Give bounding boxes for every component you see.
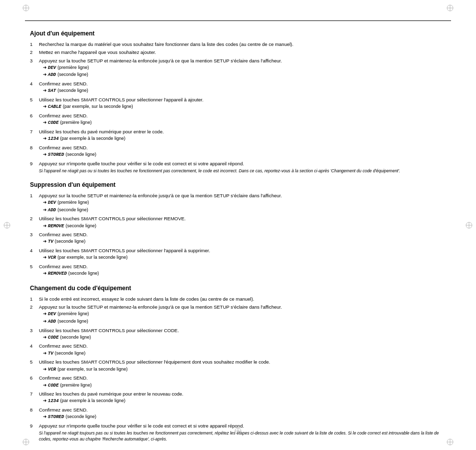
arrow-symbol: ➜ (43, 318, 47, 325)
list-item: 6Confirmez avec SEND.➜CODE(première lign… (30, 112, 446, 127)
main-content: Ajout d'un équipement1Recherchez la marq… (30, 21, 446, 443)
arrow-item: ➜DEV(première ligne) (43, 311, 446, 318)
arrow-symbol: ➜ (43, 71, 47, 78)
list-content: Confirmez avec SEND.➜SAT(seconde ligne) (39, 80, 446, 95)
arrow-label: (première ligne) (57, 64, 89, 71)
arrow-label: (par exemple à la seconde ligne) (60, 135, 126, 142)
arrow-label: (seconde ligne) (57, 207, 88, 213)
list-number: 5 (30, 263, 39, 278)
arrow-label: (seconde ligne) (55, 350, 86, 357)
note-text: Si l'appareil ne réagit pas ou si toutes… (39, 168, 446, 174)
arrow-label: (première ligne) (57, 311, 89, 317)
arrow-label: (première ligne) (60, 382, 92, 389)
arrow-label: (seconde ligne) (57, 318, 88, 325)
arrow-label: (seconde ligne) (55, 238, 86, 245)
list-number: 9 (30, 423, 39, 443)
arrow-item: ➜DEV(première ligne) (43, 199, 446, 206)
arrow-item: ➜REMOVE(seconde ligne) (43, 223, 446, 230)
list-text: Utilisez les touches SMART CONTROLS pour… (39, 247, 446, 254)
list-number: 3 (30, 57, 39, 79)
section-title-suppression: Suppression d'un équipement (30, 181, 446, 188)
arrow-symbol: ➜ (43, 64, 47, 71)
list-text: Confirmez avec SEND. (39, 80, 446, 87)
arrow-symbol: ➜ (43, 382, 47, 389)
list-number: 5 (30, 359, 39, 373)
list-number: 1 (30, 296, 39, 302)
list-number: 5 (30, 96, 39, 111)
arrow-code: CODE (48, 120, 59, 126)
list-item: 1Si le code entré est incorrect, essayez… (30, 296, 446, 302)
arrow-symbol: ➜ (43, 350, 47, 357)
section-list-ajout: 1Recherchez la marque du matériel que vo… (30, 41, 446, 174)
arrow-symbol: ➜ (43, 87, 47, 94)
arrow-item: ➜1234(par exemple à la seconde ligne) (43, 398, 446, 405)
list-content: Utilisez les touches du pavé numérique p… (39, 391, 446, 405)
section-list-suppression: 1Appuyez sur la touche SETUP et maintene… (30, 192, 446, 278)
arrow-code: DEV (48, 200, 56, 206)
list-item: 6Confirmez avec SEND.➜CODE(première lign… (30, 375, 446, 389)
arrow-symbol: ➜ (43, 334, 47, 341)
arrow-code: CODE (48, 335, 59, 341)
list-text: Utilisez les touches du pavé numérique p… (39, 128, 446, 135)
list-text: Appuyez sur la touche SETUP et maintenez… (39, 304, 446, 310)
arrow-code: 1234 (48, 398, 59, 405)
reg-mark-tl (22, 4, 30, 12)
list-item: 9Appuyez sur n'importe quelle touche pou… (30, 160, 446, 174)
list-number: 3 (30, 327, 39, 342)
arrow-symbol: ➜ (43, 223, 47, 229)
list-content: Appuyez sur la touche SETUP et maintenez… (39, 192, 446, 214)
list-text: Confirmez avec SEND. (39, 144, 446, 151)
arrow-item: ➜SAT(seconde ligne) (43, 87, 446, 94)
arrow-code: 1234 (48, 136, 59, 142)
list-content: Confirmez avec SEND.➜STORED(seconde lign… (39, 407, 446, 421)
section-title-ajout: Ajout d'un équipement (30, 30, 446, 37)
list-number: 8 (30, 407, 39, 421)
list-content: Recherchez la marque du matériel que vou… (39, 41, 446, 47)
list-item: 5Confirmez avec SEND.➜REMOVED(seconde li… (30, 263, 446, 278)
arrow-symbol: ➜ (43, 135, 47, 142)
list-content: Si le code entré est incorrect, essayez … (39, 296, 446, 302)
list-item: 2Appuyez sur la touche SETUP et maintene… (30, 304, 446, 325)
list-item: 2Utilisez les touches SMART CONTROLS pou… (30, 215, 446, 230)
list-text: Si le code entré est incorrect, essayez … (39, 296, 446, 302)
list-content: Confirmez avec SEND.➜TV(seconde ligne) (39, 231, 446, 246)
list-number: 6 (30, 112, 39, 127)
arrow-code: ADD (48, 72, 56, 78)
list-content: Mettez en marche l'appareil que vous sou… (39, 49, 446, 55)
list-number: 2 (30, 49, 39, 55)
list-text: Appuyez sur la touche SETUP et maintenez… (39, 57, 446, 64)
arrow-symbol: ➜ (43, 311, 47, 317)
list-number: 4 (30, 247, 39, 262)
list-content: Utilisez les touches du pavé numérique p… (39, 128, 446, 143)
arrow-code: VCR (48, 367, 56, 373)
list-item: 2Mettez en marche l'appareil que vous so… (30, 49, 446, 55)
list-text: Appuyez sur n'importe quelle touche pour… (39, 160, 446, 167)
list-number: 3 (30, 231, 39, 246)
arrow-symbol: ➜ (43, 151, 47, 158)
arrow-symbol: ➜ (43, 254, 47, 261)
arrow-code: CODE (48, 383, 59, 389)
list-content: Utilisez les touches SMART CONTROLS pour… (39, 359, 446, 373)
arrow-item: ➜CABLE(par exemple, sur la seconde ligne… (43, 103, 446, 110)
list-text: Recherchez la marque du matériel que vou… (39, 41, 446, 47)
list-content: Appuyez sur la touche SETUP et maintenez… (39, 304, 446, 325)
arrow-code: CABLE (48, 104, 61, 110)
list-number: 2 (30, 215, 39, 230)
list-content: Utilisez les touches SMART CONTROLS pour… (39, 96, 446, 111)
arrow-label: (par exemple, sur la seconde ligne) (57, 366, 128, 373)
arrow-code: VCR (48, 255, 56, 261)
arrow-code: DEV (48, 311, 56, 318)
list-number: 7 (30, 128, 39, 143)
arrow-label: (seconde ligne) (60, 334, 91, 341)
list-item: 1Appuyez sur la touche SETUP et maintene… (30, 192, 446, 214)
arrow-label: (par exemple, sur la seconde ligne) (63, 103, 133, 110)
list-number: 1 (30, 41, 39, 47)
list-text: Mettez en marche l'appareil que vous sou… (39, 49, 446, 55)
list-text: Confirmez avec SEND. (39, 231, 446, 238)
list-item: 3Utilisez les touches SMART CONTROLS pou… (30, 327, 446, 342)
arrow-label: (par exemple, sur la seconde ligne) (57, 254, 128, 261)
reg-mark-tr (446, 4, 454, 12)
list-text: Confirmez avec SEND. (39, 375, 446, 381)
list-item: 7Utilisez les touches du pavé numérique … (30, 128, 446, 143)
list-number: 1 (30, 192, 39, 214)
